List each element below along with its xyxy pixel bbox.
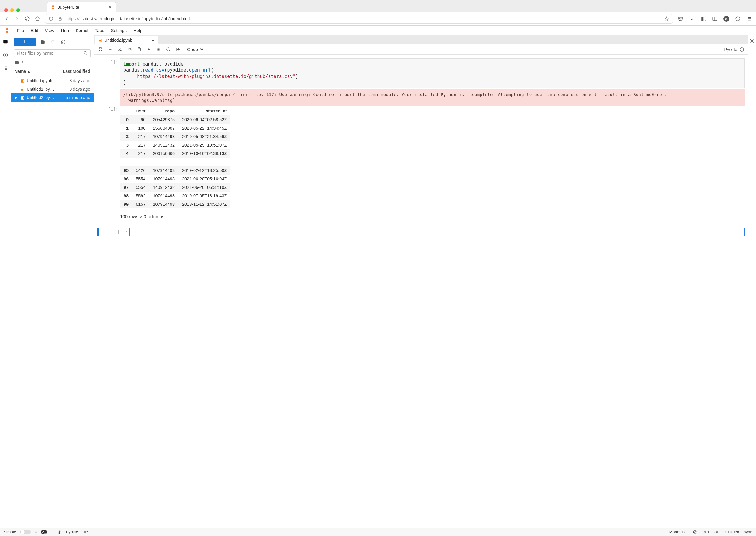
file-row[interactable]: ▣Untitled.ipynb3 days ago (11, 77, 94, 85)
download-icon[interactable] (689, 16, 695, 22)
df-cell: 100 (132, 124, 149, 132)
breadcrumb[interactable]: / (11, 59, 94, 66)
notebook-icon: ▣ (98, 38, 102, 42)
browser-chrome: JupyterLite ✕ ＋ https://latest-with-plug… (0, 0, 756, 26)
kernel-indicator[interactable]: Pyolite (724, 47, 744, 52)
filter-box[interactable] (14, 49, 91, 57)
col-name[interactable]: Name (15, 69, 26, 74)
svg-point-6 (6, 31, 9, 33)
file-row[interactable]: ▣Untitled1.ipy…3 days ago (11, 85, 94, 93)
menu-settings[interactable]: Settings (111, 28, 127, 33)
df-cell: 6157 (132, 200, 149, 209)
home-button[interactable] (34, 16, 41, 22)
interrupt-icon[interactable] (156, 47, 161, 52)
file-name: Untitled1.ipy… (27, 87, 67, 91)
df-cell: 2019-10-10T02:39:13Z (178, 149, 231, 158)
refresh-icon[interactable] (60, 39, 66, 45)
property-inspector-icon[interactable] (749, 38, 755, 44)
close-tab-icon[interactable]: ✕ (108, 5, 112, 10)
browser-toolbar: https://latest-with-plugins.datasette.io… (0, 12, 756, 25)
df-cell: 140912432 (149, 141, 178, 149)
menu-view[interactable]: View (45, 28, 54, 33)
df-index: 97 (120, 183, 132, 191)
in-prompt-empty: [ ]: (106, 228, 127, 234)
insert-cell-icon[interactable]: ＋ (107, 47, 113, 52)
col-modified[interactable]: Last Modified (63, 69, 90, 74)
svg-point-5 (6, 28, 9, 30)
restart-icon[interactable] (165, 47, 171, 52)
lncol-label: Ln 1, Col 1 (701, 530, 721, 534)
new-launcher-button[interactable]: + (14, 38, 36, 46)
notebook-icon: ▣ (20, 95, 24, 100)
close-window-icon[interactable] (4, 9, 8, 12)
menu-run[interactable]: Run (61, 28, 69, 33)
df-cell: … (178, 158, 231, 166)
file-row[interactable]: ▣Untitled2.ipy…a minute ago (11, 93, 94, 102)
minimize-window-icon[interactable] (10, 9, 14, 12)
menu-icon[interactable] (746, 16, 752, 22)
menu-kernel[interactable]: Kernel (76, 28, 88, 33)
filter-input[interactable] (17, 51, 83, 55)
back-button[interactable] (4, 16, 10, 22)
file-browser-tab-icon[interactable] (2, 38, 9, 45)
df-cell: 2018-11-12T14:51:07Z (178, 200, 231, 209)
save-icon[interactable] (98, 47, 103, 52)
kernel-settings-icon[interactable] (57, 530, 62, 534)
new-folder-icon[interactable] (39, 39, 46, 45)
maximize-window-icon[interactable] (16, 9, 20, 12)
library-icon[interactable] (701, 16, 706, 22)
menu-tabs[interactable]: Tabs (95, 28, 104, 33)
browser-tab[interactable]: JupyterLite ✕ (47, 2, 116, 12)
trust-icon[interactable] (693, 530, 697, 534)
svg-rect-8 (5, 54, 6, 56)
active-code-cell[interactable]: [ ]: (97, 228, 744, 236)
file-list: ▣Untitled.ipynb3 days ago▣Untitled1.ipy…… (11, 77, 94, 102)
kernel-status-icon (740, 48, 744, 52)
menu-help[interactable]: Help (133, 28, 142, 33)
pocket-icon[interactable] (677, 16, 683, 22)
profile-avatar[interactable]: S (723, 16, 729, 22)
upload-icon[interactable] (50, 39, 56, 45)
run-icon[interactable] (146, 47, 152, 52)
notebook-icon: ▣ (20, 78, 24, 83)
forward-button[interactable] (14, 16, 20, 22)
reload-button[interactable] (24, 16, 30, 22)
svg-point-17 (751, 41, 753, 42)
jupyterlab-shell: File Edit View Run Kernel Tabs Settings … (0, 26, 756, 527)
menu-file[interactable]: File (17, 28, 24, 33)
toc-tab-icon[interactable] (2, 65, 9, 72)
doc-tab[interactable]: ▣ Untitled2.ipynb ● (95, 36, 158, 44)
cut-icon[interactable] (117, 47, 123, 52)
copy-icon[interactable] (127, 47, 132, 52)
bookmark-icon[interactable] (664, 16, 670, 22)
sidebar-icon[interactable] (712, 16, 718, 22)
df-cell: 2019-05-08T21:34:56Z (178, 132, 231, 141)
notebook-icon: ▣ (20, 87, 24, 91)
df-cell: 206156866 (149, 149, 178, 158)
url-bar[interactable]: https://latest-with-plugins.datasette.io… (45, 14, 673, 23)
tabs-count: 0 (35, 530, 37, 534)
df-col-header: starred_at (178, 107, 231, 116)
notebook: ＋ Code Pyolite (94, 45, 747, 527)
menu-edit[interactable]: Edit (30, 28, 38, 33)
code-cell[interactable]: [1]: import pandas, pyodide pandas.read_… (97, 58, 744, 88)
status-filename: Untitled2.ipynb (726, 530, 752, 534)
url-text: latest-with-plugins.datasette.io/jupyter… (83, 16, 190, 21)
file-browser: + / Name▴ Last Modified ▣Untitled.ipynb3… (11, 35, 94, 527)
df-index: 2 (120, 132, 132, 141)
kernel-status: Pyolite | Idle (66, 530, 88, 534)
simple-toggle[interactable] (20, 530, 30, 534)
df-row: 0902054293752020-06-04T02:58:52Z (120, 115, 231, 124)
df-index: 4 (120, 149, 132, 158)
info-icon[interactable] (735, 16, 741, 22)
running-tab-icon[interactable] (2, 52, 9, 58)
df-cell: 107914493 (149, 200, 178, 209)
code-editor[interactable] (129, 228, 744, 236)
run-all-icon[interactable] (175, 47, 181, 52)
paste-icon[interactable] (136, 47, 142, 52)
svg-rect-12 (129, 49, 131, 51)
df-cell: 140912432 (149, 183, 178, 191)
new-tab-button[interactable]: ＋ (119, 3, 127, 12)
celltype-select[interactable]: Code (185, 46, 204, 53)
code-editor[interactable]: import pandas, pyodide pandas.read_csv(p… (120, 58, 744, 88)
